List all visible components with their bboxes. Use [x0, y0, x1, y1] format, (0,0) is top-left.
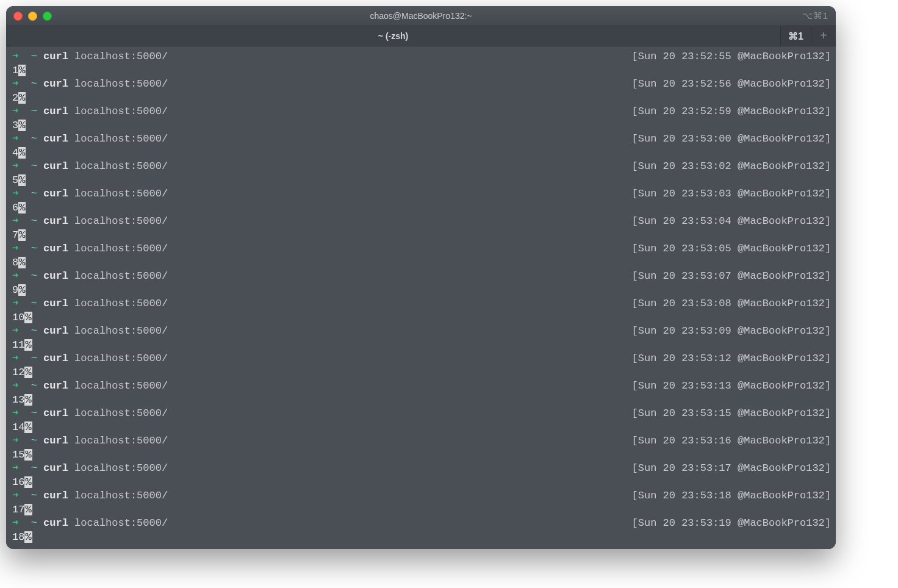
prompt-arrow-icon: ➜: [12, 490, 18, 501]
prompt-cwd: ~: [31, 188, 37, 199]
zoom-icon[interactable]: [43, 12, 52, 21]
window-controls: [13, 12, 52, 21]
prompt-arrow-icon: ➜: [12, 380, 18, 392]
prompt-cwd: ~: [31, 325, 37, 337]
output-value: 5: [12, 174, 18, 186]
output-value: 1: [12, 65, 18, 76]
prompt-line: ➜ ~ curl localhost:5000/[Sun 20 23:53:09…: [12, 324, 831, 339]
command-args: localhost:5000/: [68, 407, 168, 419]
prompt-left: ➜ ~ curl localhost:5000/: [12, 324, 168, 339]
prompt-cwd: ~: [31, 353, 37, 364]
prompt-cwd: ~: [31, 270, 37, 282]
output-value: 16: [12, 476, 24, 488]
prompt-arrow-icon: ➜: [12, 78, 18, 90]
command-args: localhost:5000/: [68, 325, 168, 337]
command-args: localhost:5000/: [68, 188, 168, 199]
prompt-arrow-icon: ➜: [12, 215, 18, 227]
prompt-line: ➜ ~ curl localhost:5000/[Sun 20 23:53:02…: [12, 160, 831, 174]
command-output: 8%: [12, 256, 831, 270]
output-value: 18: [12, 531, 24, 543]
no-newline-icon: %: [18, 174, 26, 186]
command-args: localhost:5000/: [68, 78, 168, 90]
new-tab-button[interactable]: +: [811, 26, 836, 46]
prompt-left: ➜ ~ curl localhost:5000/: [12, 160, 168, 174]
prompt-cwd: ~: [31, 298, 37, 309]
command-name: curl: [43, 490, 68, 501]
command-args: localhost:5000/: [68, 133, 168, 145]
no-newline-icon: %: [24, 367, 32, 378]
prompt-line: ➜ ~ curl localhost:5000/[Sun 20 23:53:08…: [12, 297, 831, 311]
prompt-arrow-icon: ➜: [12, 325, 18, 337]
command-output: 6%: [12, 201, 831, 215]
right-prompt: [Sun 20 23:53:05 @MacBookPro132]: [632, 242, 831, 256]
prompt-arrow-icon: ➜: [12, 435, 18, 446]
prompt-line: ➜ ~ curl localhost:5000/[Sun 20 23:53:19…: [12, 517, 831, 531]
command-args: localhost:5000/: [68, 380, 168, 392]
prompt-cwd: ~: [31, 215, 37, 227]
command-name: curl: [43, 215, 68, 227]
command-args: localhost:5000/: [68, 298, 168, 309]
prompt-left: ➜ ~ curl localhost:5000/: [12, 105, 168, 119]
prompt-line: ➜ ~ curl localhost:5000/[Sun 20 23:53:13…: [12, 379, 831, 393]
titlebar: chaos@MacBookPro132:~ ⌥⌘1: [6, 6, 836, 26]
no-newline-icon: %: [18, 229, 26, 241]
right-prompt: [Sun 20 23:53:19 @MacBookPro132]: [632, 517, 831, 531]
terminal-body[interactable]: ➜ ~ curl localhost:5000/[Sun 20 23:52:55…: [6, 46, 836, 549]
right-prompt: [Sun 20 23:53:09 @MacBookPro132]: [632, 324, 831, 339]
tab-shell[interactable]: ~ (-zsh): [6, 26, 780, 46]
prompt-left: ➜ ~ curl localhost:5000/: [12, 352, 168, 366]
no-newline-icon: %: [24, 449, 32, 461]
tab-shortcut-label: ⌘1: [788, 30, 803, 42]
no-newline-icon: %: [18, 92, 26, 104]
right-prompt: [Sun 20 23:52:56 @MacBookPro132]: [632, 77, 831, 91]
command-name: curl: [43, 353, 68, 364]
no-newline-icon: %: [18, 120, 26, 131]
no-newline-icon: %: [24, 531, 32, 543]
prompt-left: ➜ ~ curl localhost:5000/: [12, 50, 168, 64]
prompt-arrow-icon: ➜: [12, 298, 18, 309]
command-name: curl: [43, 407, 68, 419]
command-output: 12%: [12, 366, 831, 380]
prompt-arrow-icon: ➜: [12, 106, 18, 117]
prompt-line: ➜ ~ curl localhost:5000/[Sun 20 23:53:17…: [12, 462, 831, 476]
command-args: localhost:5000/: [68, 353, 168, 364]
prompt-left: ➜ ~ curl localhost:5000/: [12, 242, 168, 256]
output-value: 6: [12, 202, 18, 213]
prompt-cwd: ~: [31, 51, 37, 62]
output-value: 10: [12, 312, 24, 323]
no-newline-icon: %: [24, 504, 32, 515]
right-prompt: [Sun 20 23:53:02 @MacBookPro132]: [632, 160, 831, 174]
command-output: 10%: [12, 311, 831, 325]
minimize-icon[interactable]: [28, 12, 37, 21]
prompt-cwd: ~: [31, 106, 37, 117]
right-prompt: [Sun 20 23:53:13 @MacBookPro132]: [632, 379, 831, 393]
command-output: 3%: [12, 119, 831, 133]
prompt-line: ➜ ~ curl localhost:5000/[Sun 20 23:53:05…: [12, 242, 831, 256]
prompt-arrow-icon: ➜: [12, 270, 18, 282]
command-output: 5%: [12, 174, 831, 188]
prompt-cwd: ~: [31, 380, 37, 392]
prompt-line: ➜ ~ curl localhost:5000/[Sun 20 23:53:16…: [12, 434, 831, 448]
command-output: 13%: [12, 393, 831, 407]
prompt-left: ➜ ~ curl localhost:5000/: [12, 462, 168, 476]
prompt-line: ➜ ~ curl localhost:5000/[Sun 20 23:53:18…: [12, 489, 831, 503]
command-name: curl: [43, 133, 68, 145]
prompt-cwd: ~: [31, 160, 37, 172]
output-value: 17: [12, 504, 24, 515]
prompt-line: ➜ ~ curl localhost:5000/[Sun 20 23:52:55…: [12, 50, 831, 64]
command-output: 11%: [12, 339, 831, 353]
command-args: localhost:5000/: [68, 462, 168, 474]
output-value: 4: [12, 147, 18, 159]
command-name: curl: [43, 106, 68, 117]
command-name: curl: [43, 78, 68, 90]
command-output: 7%: [12, 229, 831, 243]
no-newline-icon: %: [24, 394, 32, 406]
close-icon[interactable]: [13, 12, 23, 21]
command-args: localhost:5000/: [68, 51, 168, 62]
plus-icon: +: [820, 29, 827, 43]
prompt-line: ➜ ~ curl localhost:5000/[Sun 20 23:53:00…: [12, 132, 831, 146]
prompt-left: ➜ ~ curl localhost:5000/: [12, 517, 168, 531]
prompt-line: ➜ ~ curl localhost:5000/[Sun 20 23:53:15…: [12, 407, 831, 421]
command-args: localhost:5000/: [68, 435, 168, 446]
command-args: localhost:5000/: [68, 215, 168, 227]
